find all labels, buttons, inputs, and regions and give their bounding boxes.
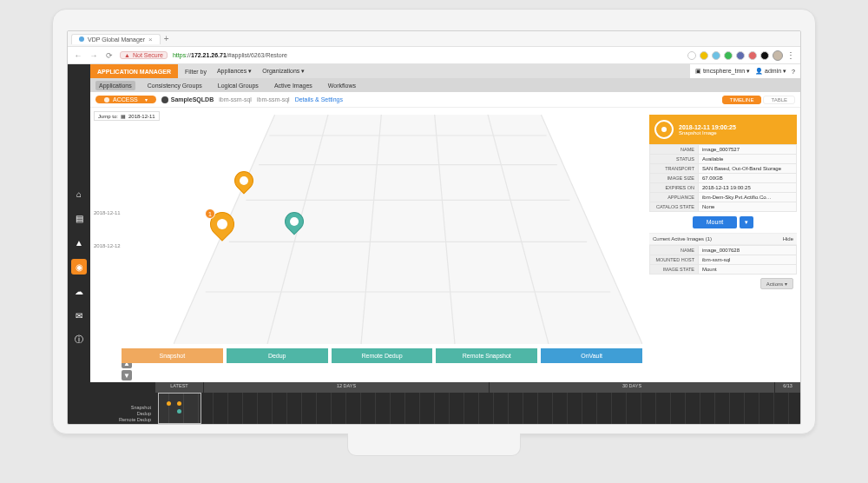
actions-dropdown[interactable]: Actions ▾: [760, 278, 793, 289]
ruler-viewport[interactable]: [158, 393, 201, 424]
tab-favicon: [79, 36, 84, 42]
browser-menu-icon[interactable]: ⋮: [786, 50, 795, 60]
access-pill[interactable]: ACCESS: [95, 96, 156, 103]
help-icon[interactable]: ?: [792, 69, 795, 75]
ruler-band: 30 DAYS: [489, 382, 774, 393]
nav-info-icon[interactable]: ⓘ: [71, 332, 87, 347]
browser-tab[interactable]: VDP Global Manager ×: [71, 34, 161, 44]
db-breadcrumb[interactable]: SampleSQLDB: [161, 96, 214, 103]
view-table[interactable]: TABLE: [763, 96, 795, 104]
tenant-dropdown[interactable]: ▣ tmcsphere_tmn ▾: [695, 68, 750, 75]
reload-button[interactable]: ⟳: [104, 51, 115, 60]
tab-consistency-groups[interactable]: Consistency Groups: [144, 81, 206, 90]
browser-urlbar: ← → ⟳ ▲ Not Secure https://172.21.26.71/…: [68, 47, 800, 64]
nav-db-icon[interactable]: ▤: [71, 210, 87, 226]
profile-avatar[interactable]: [773, 50, 783, 61]
ext-icon[interactable]: [736, 51, 745, 60]
laptop-base: [347, 433, 521, 456]
filter-label: Filter by: [185, 69, 207, 75]
extension-icons: ⋮: [687, 50, 795, 61]
snapshot-type-icon: [654, 120, 674, 139]
host-breadcrumb: ibm-ssm-sql: [257, 96, 290, 103]
ext-icon[interactable]: [748, 51, 757, 60]
ruler-band: 12 DAYS: [203, 382, 489, 393]
left-nav-rail: ⌂ ▤ ▲ ◉ ☁ ✉ ⓘ: [68, 64, 90, 424]
detail-type: Snapshot Image: [679, 130, 736, 136]
tab-workflows[interactable]: Workflows: [325, 81, 359, 90]
tab-active-images[interactable]: Active Images: [271, 81, 316, 90]
perspective-grid: [174, 115, 642, 344]
view-timeline[interactable]: TIMELINE: [722, 96, 762, 104]
subnav-tabs: Applications Consistency Groups Logical …: [90, 78, 800, 92]
timeline-ruler[interactable]: Snapshot Dedup Remote Dedup LATEST 12 DA…: [90, 382, 800, 424]
active-images-title: Current Active Images (1): [653, 236, 712, 242]
ext-icon[interactable]: [712, 51, 720, 60]
ruler-row-label: Dedup: [94, 411, 151, 416]
nav-home-icon[interactable]: ⌂: [71, 186, 87, 202]
active-image-table: NAMEimage_0007628 MOUNTED HOSTibm-ssm-sq…: [649, 245, 797, 275]
nav-chat-icon[interactable]: ✉: [71, 308, 87, 323]
pin-badge: 1: [205, 208, 215, 219]
tab-logical-groups[interactable]: Logical Groups: [214, 81, 262, 90]
image-detail-panel: 2018-12-11 19:00:25 Snapshot Image NAMEi…: [649, 115, 797, 382]
lane-dedup[interactable]: Dedup: [227, 348, 328, 363]
close-icon[interactable]: ×: [148, 36, 153, 43]
lane-onvault[interactable]: OnVault: [541, 348, 642, 363]
ruler-mark-snapshot: [177, 401, 181, 406]
hide-link[interactable]: Hide: [783, 236, 793, 242]
ruler-row-label: Remote Dedup: [94, 417, 151, 422]
snapshot-pin[interactable]: [234, 171, 253, 195]
warning-icon: ▲: [124, 52, 130, 58]
ruler-mark-dedup: [177, 409, 181, 414]
detail-timestamp: 2018-12-11 19:00:25: [679, 124, 736, 130]
filter-organizations[interactable]: Organizations ▾: [262, 68, 305, 75]
tab-applications[interactable]: Applications: [95, 81, 135, 90]
ext-icon[interactable]: [687, 51, 696, 60]
detail-header: 2018-12-11 19:00:25 Snapshot Image: [649, 115, 797, 144]
nav-restore-icon[interactable]: ◉: [71, 259, 87, 275]
timeline-lanes: 2018-12-11 2018-12-12: [122, 115, 642, 382]
details-link[interactable]: Details & Settings: [295, 96, 343, 103]
ext-icon[interactable]: [760, 51, 769, 60]
user-dropdown[interactable]: 👤 admin ▾: [755, 68, 786, 75]
lane-remote-dedup[interactable]: Remote Dedup: [332, 348, 433, 363]
app-title: APPLICATION MANAGER: [90, 64, 178, 78]
url-text[interactable]: https://172.21.26.71/#applist/6263/Resto…: [173, 52, 682, 58]
filter-appliances[interactable]: Appliances ▾: [217, 68, 252, 75]
insecure-badge[interactable]: ▲ Not Secure: [120, 51, 168, 59]
forward-button[interactable]: →: [89, 51, 99, 60]
snapshot-pin-selected[interactable]: 1: [210, 212, 234, 242]
dedup-pin[interactable]: [285, 212, 304, 236]
date-label: 2018-12-11: [94, 210, 121, 215]
mount-button[interactable]: Mount: [693, 216, 737, 228]
back-button[interactable]: ←: [73, 51, 83, 60]
mount-dropdown[interactable]: ▾: [740, 216, 753, 228]
new-tab-button[interactable]: +: [164, 34, 169, 43]
date-label: 2018-12-12: [94, 243, 121, 248]
ext-icon[interactable]: [724, 51, 733, 60]
host-breadcrumb: ibm-ssm-sql: [219, 96, 252, 103]
ruler-band-latest: LATEST: [155, 382, 203, 393]
scroll-down-button[interactable]: ▼: [122, 370, 132, 380]
app-header: APPLICATION MANAGER Filter by Appliances…: [90, 64, 800, 78]
lane-remote-snapshot[interactable]: Remote Snapshot: [436, 348, 537, 363]
ruler-row-label: Snapshot: [94, 405, 151, 410]
browser-tabbar: VDP Global Manager × +: [68, 31, 800, 47]
ruler-band: 6/13: [774, 382, 800, 393]
svg-marker-0: [174, 115, 642, 344]
ext-icon[interactable]: [700, 51, 708, 60]
detail-properties-table: NAMEimage_0007527 STATUSAvailable TRANSP…: [649, 144, 797, 212]
ruler-mark-snapshot: [167, 401, 171, 406]
lane-snapshot[interactable]: Snapshot: [122, 348, 223, 363]
tab-title: VDP Global Manager: [88, 36, 145, 43]
nav-reports-icon[interactable]: ▲: [71, 235, 87, 250]
breadcrumb-row: ACCESS SampleSQLDB ibm-ssm-sql ibm-ssm-s…: [90, 92, 800, 108]
nav-sla-icon[interactable]: ☁: [71, 283, 87, 299]
